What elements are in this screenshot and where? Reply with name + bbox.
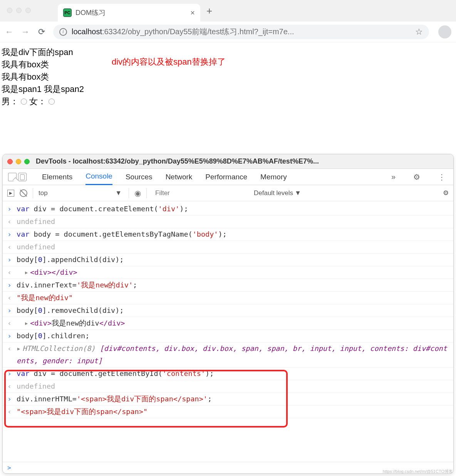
male-radio[interactable]	[21, 99, 27, 105]
page-line-3: 我具有box类	[2, 71, 456, 83]
tab-title: DOM练习	[75, 8, 106, 17]
devtools-window: DevTools - localhost:63342/oby_python/Da…	[2, 154, 454, 474]
devtools-close-dot[interactable]	[7, 159, 13, 164]
gender-male-label: 男：	[2, 97, 18, 106]
annotation-text: div的内容以及被span替换掉了	[112, 56, 226, 68]
device-toggle-icon[interactable]	[18, 173, 27, 181]
devtools-min-dot[interactable]	[16, 159, 21, 164]
browser-tab[interactable]: PC DOM练习 ×	[58, 4, 200, 22]
inspect-icon[interactable]	[8, 173, 17, 181]
tab-sources[interactable]: Sources	[126, 169, 153, 185]
log-levels-selector[interactable]: Default levels▼	[254, 189, 301, 197]
site-info-icon[interactable]: i	[59, 28, 67, 36]
filter-input[interactable]	[152, 188, 248, 199]
reload-button[interactable]: ⟳	[37, 27, 46, 37]
console-settings-icon[interactable]: ⚙	[443, 189, 449, 197]
clear-console-icon[interactable]	[20, 189, 27, 197]
console-toolbar: ▶ top▼ ◉ Default levels▼ ⚙	[3, 185, 453, 201]
female-radio[interactable]	[49, 99, 55, 105]
url-host: localhost	[72, 27, 102, 36]
tab-console[interactable]: Console	[86, 169, 112, 185]
bookmark-icon[interactable]: ☆	[415, 27, 423, 37]
devtools-max-dot[interactable]	[24, 159, 30, 164]
page-body: 我是div下面的span 我具有box类 我具有box类 我是span1 我是s…	[0, 42, 456, 107]
tab-strip: PC DOM练习 × +	[0, 0, 456, 22]
console-output[interactable]: ›var div = document.createElement('div')…	[3, 201, 453, 462]
page-line-2: 我具有box类	[2, 58, 456, 71]
devtools-tabs: Elements Console Sources Network Perform…	[3, 169, 453, 185]
maximize-dot[interactable]	[25, 8, 31, 13]
url-path: :63342/oby_python/Day55前端/test练习.html?_i…	[102, 27, 294, 36]
url-field[interactable]: i localhost:63342/oby_python/Day55前端/tes…	[53, 25, 429, 39]
page-line-1: 我是div下面的span	[2, 46, 456, 58]
live-expression-icon[interactable]: ◉	[134, 189, 141, 198]
devtools-titlebar[interactable]: DevTools - localhost:63342/oby_python/Da…	[3, 154, 453, 169]
tab-performance[interactable]: Performance	[205, 169, 247, 185]
gender-female-label: 女：	[29, 97, 46, 106]
window-controls	[7, 8, 31, 13]
profile-avatar[interactable]	[438, 25, 451, 38]
context-selector[interactable]: top▼	[39, 189, 123, 197]
more-tabs-icon[interactable]: »	[389, 172, 398, 181]
back-button[interactable]: ←	[5, 27, 14, 37]
minimize-dot[interactable]	[16, 8, 22, 13]
page-line-4: 我是span1 我是span2	[2, 83, 456, 95]
settings-icon[interactable]: ⚙	[411, 172, 422, 182]
pycharm-favicon: PC	[63, 8, 72, 17]
new-tab-button[interactable]: +	[206, 5, 212, 17]
gender-row: 男： 女：	[2, 95, 456, 108]
devtools-title-text: DevTools - localhost:63342/oby_python/Da…	[36, 157, 319, 165]
tab-network[interactable]: Network	[166, 169, 193, 185]
console-sidebar-toggle[interactable]: ▶	[7, 190, 14, 197]
forward-button[interactable]: →	[21, 27, 30, 37]
menu-icon[interactable]: ⋮	[436, 172, 448, 182]
address-bar: ← → ⟳ i localhost:63342/oby_python/Day55…	[0, 22, 456, 42]
tab-memory[interactable]: Memory	[260, 169, 287, 185]
close-tab-icon[interactable]: ×	[190, 8, 195, 17]
close-dot[interactable]	[7, 8, 12, 13]
tab-elements[interactable]: Elements	[42, 169, 72, 185]
watermark: https://blog.csdn.net/m/@51CTO博客	[383, 469, 453, 474]
